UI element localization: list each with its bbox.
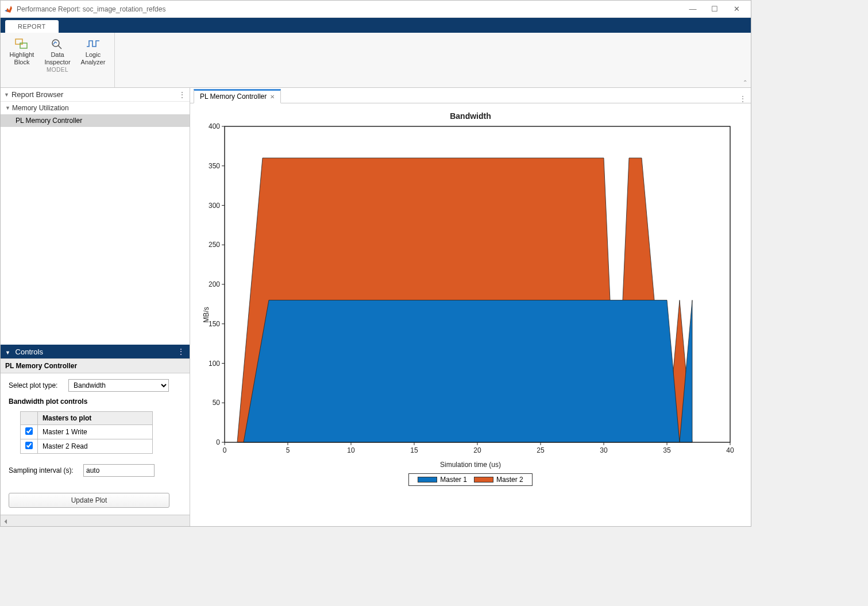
document-tab-bar: PL Memory Controller ✕ ⋮ [190,88,751,103]
svg-text:40: 40 [726,446,734,454]
legend-label: Master 1 [440,476,467,484]
masters-table: Masters to plot Master 1 Write Master 2 … [20,411,153,454]
svg-text:20: 20 [473,446,481,454]
plot-type-label: Select plot type: [9,381,68,389]
masters-header-checkbox-col [21,412,38,425]
legend-swatch [474,477,493,483]
bandwidth-controls-label: Bandwidth plot controls [9,397,182,406]
close-window-button[interactable]: ✕ [726,1,747,18]
highlight-block-label-2: Block [14,59,30,66]
doctab-label: PL Memory Controller [200,92,267,101]
doctabs-menu-icon[interactable]: ⋮ [739,95,746,103]
controls-title: Controls [16,348,43,356]
data-inspector-label-2: Inspector [44,59,70,66]
tree-item-label: Memory Utilization [12,104,69,112]
controls-body: Select plot type: Bandwidth Bandwidth pl… [1,373,190,515]
toolstrip-expand-icon[interactable]: ⌃ [743,79,747,86]
svg-text:100: 100 [209,360,220,368]
svg-text:5: 5 [286,446,290,454]
tree-item-memory-utilization[interactable]: ▼ Memory Utilization [1,102,190,114]
svg-text:400: 400 [209,122,220,130]
minimize-button[interactable]: — [682,1,704,18]
controls-subtitle: PL Memory Controller [1,358,190,373]
svg-text:35: 35 [663,446,671,454]
svg-text:10: 10 [347,446,355,454]
left-panel-footer: ⏴ [1,515,190,526]
caret-down-icon: ▼ [5,105,12,111]
highlight-block-icon [14,36,29,51]
logic-analyzer-icon [86,36,101,51]
tree-item-pl-memory-controller[interactable]: PL Memory Controller [1,114,190,127]
maximize-button[interactable]: ☐ [704,1,726,18]
logic-analyzer-label-1: Logic [86,51,101,59]
plot-type-select[interactable]: Bandwidth [68,379,169,392]
chart-area: Bandwidth MB/s 0501001502002503003504000… [190,103,751,526]
svg-text:25: 25 [537,446,545,454]
svg-text:200: 200 [209,280,220,288]
svg-line-3 [58,45,61,49]
report-browser-header: ▼ Report Browser ⋮ [1,88,190,102]
svg-text:0: 0 [216,438,220,446]
legend-item-master2: Master 2 [474,476,523,484]
master-label: Master 1 Write [38,425,153,439]
svg-text:150: 150 [209,320,220,328]
data-inspector-label-1: Data [51,51,64,59]
legend-item-master1: Master 1 [418,476,467,484]
svg-text:250: 250 [209,241,220,249]
master1-checkbox[interactable] [25,427,33,435]
svg-text:30: 30 [600,446,608,454]
controls-panel-header: ▼ Controls ⋮ [1,345,190,358]
toolgroup-label: MODEL [47,67,68,73]
window-titlebar: Performance Report: soc_image_rotation_r… [1,1,751,18]
svg-text:300: 300 [209,202,220,210]
window-title: Performance Report: soc_image_rotation_r… [17,5,682,13]
masters-header-label: Masters to plot [38,412,153,425]
master-label: Master 2 Read [38,439,153,454]
collapse-left-icon[interactable]: ⏴ [3,518,9,524]
legend-swatch [418,477,437,483]
chevron-down-icon[interactable]: ▼ [4,92,9,98]
table-row: Master 2 Read [21,439,153,454]
master2-checkbox[interactable] [25,442,33,449]
logic-analyzer-button[interactable]: Logic Analyzer [75,34,111,65]
controls-menu-icon[interactable]: ⋮ [177,347,185,356]
highlight-block-label-1: Highlight [10,51,34,59]
data-inspector-button[interactable]: Data Inspector [40,34,75,65]
chart-ylabel: MB/s [202,307,210,322]
svg-text:50: 50 [213,399,221,407]
caret-down-icon[interactable]: ▼ [5,350,10,356]
matlab-logo-icon [4,5,13,14]
tree-item-label: PL Memory Controller [16,117,82,125]
svg-text:350: 350 [209,162,220,170]
chart-legend: Master 1 Master 2 [408,473,533,486]
logic-analyzer-label-2: Analyzer [81,59,106,66]
svg-text:0: 0 [223,446,227,454]
svg-text:15: 15 [410,446,418,454]
toolstrip: Highlight Block Data Inspector Logic Ana… [1,33,751,88]
table-row: Master 1 Write [21,425,153,439]
sampling-interval-label: Sampling interval (s): [9,466,83,474]
data-inspector-icon [50,36,65,51]
report-browser-title: Report Browser [11,90,63,99]
chart-svg: 0501001502002503003504000510152025303540 [190,121,742,460]
highlight-block-button[interactable]: Highlight Block [4,34,40,65]
legend-label: Master 2 [496,476,523,484]
ribbon-tabstrip: REPORT [1,18,751,33]
update-plot-button[interactable]: Update Plot [9,493,169,508]
tab-pl-memory-controller[interactable]: PL Memory Controller ✕ [194,89,281,103]
toolgroup-model: Highlight Block Data Inspector Logic Ana… [1,33,115,87]
tab-report[interactable]: REPORT [5,20,59,33]
chart-title: Bandwidth [190,111,751,121]
sampling-interval-input[interactable] [83,464,155,477]
chart-xlabel: Simulation time (us) [190,461,751,469]
close-icon[interactable]: ✕ [270,94,275,100]
report-browser-menu-icon[interactable]: ⋮ [178,90,186,99]
report-browser-tree[interactable]: ▼ Memory Utilization PL Memory Controlle… [1,102,190,345]
